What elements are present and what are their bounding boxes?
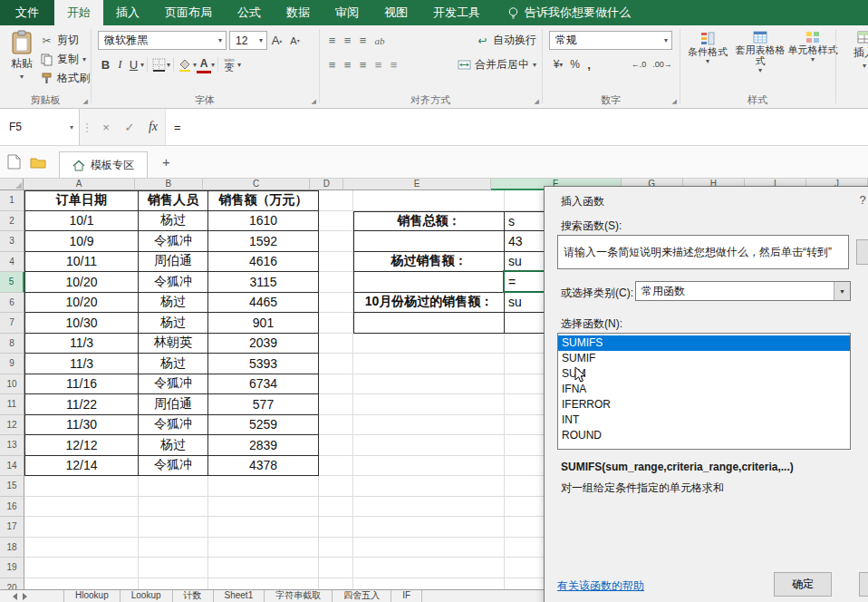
cell-E3[interactable]	[353, 231, 505, 252]
cell-C10[interactable]: 6734	[208, 374, 319, 395]
cell-A3[interactable]: 10/9	[24, 231, 139, 252]
cell-C19[interactable]	[208, 558, 319, 578]
row-header-11[interactable]: 11	[0, 394, 24, 415]
function-item[interactable]: SUM	[558, 366, 850, 382]
bold-button[interactable]: B	[98, 55, 113, 73]
cell-D15[interactable]	[319, 476, 353, 497]
cell-B12[interactable]: 令狐冲	[139, 415, 208, 436]
cancel-button[interactable]: 取消	[859, 572, 868, 597]
sheet-tab[interactable]: 四舍五入	[333, 590, 391, 602]
cell-D9[interactable]	[319, 354, 353, 374]
align-left-icon[interactable]: ≡	[324, 58, 340, 72]
cell-B10[interactable]: 令狐冲	[139, 374, 208, 395]
cell-B16[interactable]	[139, 497, 208, 518]
cell-C14[interactable]: 4378	[208, 456, 319, 477]
name-box-arrow-icon[interactable]: ▾	[70, 123, 73, 131]
cell-D7[interactable]	[319, 313, 353, 334]
sheet-nav-left-icon[interactable]	[9, 593, 17, 600]
cell-B4[interactable]: 周伯通	[139, 252, 208, 273]
cell-D12[interactable]	[319, 415, 353, 436]
row-header-9[interactable]: 9	[0, 354, 24, 374]
cell-A7[interactable]: 10/30	[24, 313, 139, 334]
column-header-A[interactable]: A	[24, 179, 135, 190]
cell-B8[interactable]: 林朝英	[139, 334, 208, 354]
cell-A19[interactable]	[24, 558, 139, 578]
cell-C8[interactable]: 2039	[208, 334, 319, 354]
row-header-3[interactable]: 3	[0, 231, 24, 252]
doc-tab-template-zone[interactable]: 模板专区	[59, 151, 148, 178]
font-size-select[interactable]: 12▾	[229, 31, 267, 50]
decrease-font-size-button[interactable]: A▾	[286, 32, 304, 50]
increase-indent-icon[interactable]: ≡	[386, 58, 401, 72]
row-header-5[interactable]: 5	[0, 272, 24, 293]
italic-button[interactable]: I	[113, 55, 127, 73]
column-header-B[interactable]: B	[135, 179, 203, 190]
cell-C1[interactable]: 销售额（万元）	[208, 190, 319, 211]
row-header-13[interactable]: 13	[0, 435, 24, 456]
function-item[interactable]: INT	[558, 413, 850, 428]
font-name-select[interactable]: 微软雅黑▾	[98, 31, 227, 50]
function-list[interactable]: SUMIFS SUMIF SUM IFNA IFERROR INT ROUND	[557, 333, 851, 450]
copy-button[interactable]: 复制▾	[40, 50, 90, 69]
cell-C9[interactable]: 5393	[208, 354, 319, 374]
cell-C2[interactable]: 1610	[208, 211, 319, 232]
cell-A14[interactable]: 12/14	[24, 456, 139, 477]
cell-B15[interactable]	[139, 476, 208, 497]
function-item[interactable]: ROUND	[558, 428, 850, 443]
cell-styles-button[interactable]: 单元格样式▾	[787, 31, 838, 63]
decrease-indent-icon[interactable]: ≡	[371, 58, 386, 72]
cell-B14[interactable]: 令狐冲	[139, 456, 208, 477]
function-item-selected[interactable]: SUMIFS	[558, 335, 850, 351]
cell-E1[interactable]	[353, 190, 505, 211]
cell-A4[interactable]: 10/11	[24, 252, 139, 273]
row-header-20[interactable]: 20	[0, 578, 24, 590]
category-dropdown[interactable]: 常用函数▾	[635, 281, 851, 301]
dialog-title-bar[interactable]: 插入函数	[545, 187, 868, 214]
cell-E5[interactable]	[353, 272, 505, 293]
cell-C6[interactable]: 4465	[208, 293, 319, 314]
insert-function-button[interactable]: fx	[141, 109, 165, 145]
cell-D10[interactable]	[319, 374, 353, 395]
cell-E8[interactable]	[353, 334, 505, 354]
cell-D14[interactable]	[319, 456, 353, 477]
cell-D5[interactable]	[319, 272, 353, 293]
cell-C12[interactable]: 5259	[208, 415, 319, 436]
tab-file[interactable]: 文件	[0, 0, 54, 25]
decrease-decimal-button[interactable]: .00→	[651, 55, 674, 73]
cell-E12[interactable]	[353, 415, 505, 436]
font-color-button[interactable]: A	[197, 55, 211, 73]
align-bottom-icon[interactable]: ≡	[355, 34, 371, 47]
goto-button[interactable]: 转到	[856, 239, 868, 265]
sheet-tab[interactable]: 计数	[173, 590, 214, 602]
cell-E16[interactable]	[353, 497, 505, 518]
format-as-table-button[interactable]: 套用表格格式▾	[735, 31, 786, 73]
sheet-nav-right-icon[interactable]	[23, 593, 27, 600]
tab-insert[interactable]: 插入	[103, 0, 152, 25]
increase-font-size-button[interactable]: A▴	[267, 32, 286, 50]
cell-C15[interactable]	[208, 476, 319, 497]
row-header-14[interactable]: 14	[0, 456, 24, 477]
paste-button[interactable]: 粘贴 ▾	[5, 30, 38, 80]
cell-C11[interactable]: 577	[208, 394, 319, 415]
underline-button[interactable]: U	[127, 55, 140, 73]
cell-A1[interactable]: 订单日期	[24, 190, 139, 211]
tab-formulas[interactable]: 公式	[225, 0, 274, 25]
cell-D17[interactable]	[319, 517, 353, 538]
cell-D16[interactable]	[319, 497, 353, 518]
sheet-tab[interactable]: Sheet1	[214, 590, 265, 602]
formula-input[interactable]: =	[165, 109, 868, 145]
chevron-down-icon[interactable]: ▾	[140, 62, 144, 68]
cell-E6[interactable]: 10月份杨过的销售额：	[353, 293, 505, 314]
tab-home[interactable]: 开始	[54, 0, 103, 25]
cell-E4[interactable]: 杨过销售额：	[353, 252, 505, 273]
percent-style-button[interactable]: %	[567, 55, 583, 73]
row-header-8[interactable]: 8	[0, 334, 24, 354]
cell-D13[interactable]	[319, 435, 353, 456]
tab-page-layout[interactable]: 页面布局	[152, 0, 225, 25]
sheet-tab[interactable]: Hlookup	[63, 590, 121, 602]
cell-C13[interactable]: 2839	[208, 435, 319, 456]
cell-B2[interactable]: 杨过	[139, 211, 208, 232]
cell-B13[interactable]: 杨过	[139, 435, 208, 456]
font-dialog-launcher-icon[interactable]: ◢	[312, 98, 316, 105]
cell-B11[interactable]: 周伯通	[139, 394, 208, 415]
